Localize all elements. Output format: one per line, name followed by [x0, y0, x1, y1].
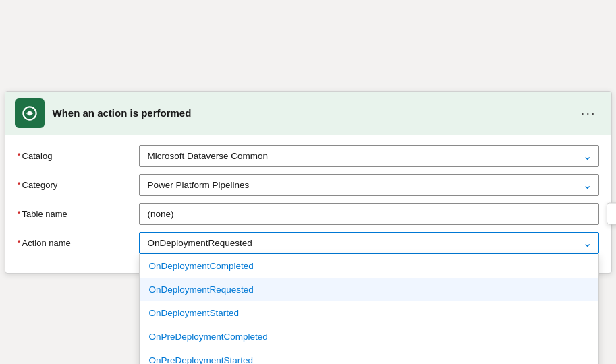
action-name-control: OnDeploymentRequested ⌄ OnDeploymentComp…	[139, 232, 599, 254]
table-name-required-star: *	[18, 209, 21, 219]
svg-point-1	[27, 111, 31, 115]
dropdown-item-2[interactable]: OnDeploymentStarted	[140, 301, 598, 325]
catalog-dropdown[interactable]: Microsoft Dataverse Common ⌄	[139, 145, 599, 167]
action-name-value: OnDeploymentRequested	[148, 238, 252, 248]
action-name-dropdown[interactable]: OnDeploymentRequested ⌄	[139, 232, 599, 254]
dropdown-item-1[interactable]: OnDeploymentRequested	[140, 278, 598, 301]
table-name-label: *Table name	[18, 209, 139, 219]
catalog-value: Microsoft Dataverse Common	[148, 151, 269, 161]
catalog-required-star: *	[18, 151, 21, 161]
table-name-input[interactable]	[139, 203, 599, 225]
table-name-control: Show options	[139, 203, 599, 225]
category-value: Power Platform Pipelines	[148, 180, 250, 190]
catalog-field-row: *Catalog Microsoft Dataverse Common ⌄	[18, 145, 599, 167]
card-title: When an action is performed	[53, 107, 567, 119]
dropdown-item-3[interactable]: OnPreDeploymentCompleted	[140, 325, 598, 348]
catalog-label: *Catalog	[18, 151, 139, 161]
action-name-label: *Action name	[18, 238, 139, 248]
dataverse-icon	[15, 98, 45, 128]
card-body: *Catalog Microsoft Dataverse Common ⌄ *C…	[5, 135, 611, 273]
category-control: Power Platform Pipelines ⌄	[139, 174, 599, 196]
card-header: When an action is performed ···	[5, 92, 611, 135]
category-label: *Category	[18, 180, 139, 190]
action-name-chevron-icon: ⌄	[583, 237, 592, 249]
category-field-row: *Category Power Platform Pipelines ⌄	[18, 174, 599, 196]
table-name-field-row: *Table name Show options	[18, 203, 599, 225]
category-chevron-icon: ⌄	[583, 179, 592, 191]
dropdown-item-0[interactable]: OnDeploymentCompleted	[140, 254, 598, 278]
category-dropdown[interactable]: Power Platform Pipelines ⌄	[139, 174, 599, 196]
catalog-control: Microsoft Dataverse Common ⌄	[139, 145, 599, 167]
show-options-tooltip[interactable]: Show options	[607, 203, 616, 225]
category-required-star: *	[18, 180, 21, 190]
trigger-card: When an action is performed ··· *Catalog…	[5, 91, 612, 274]
more-options-button[interactable]: ···	[576, 102, 602, 123]
action-name-dropdown-list: OnDeploymentCompleted OnDeploymentReques…	[139, 254, 599, 365]
dropdown-item-4[interactable]: OnPreDeploymentStarted	[140, 348, 598, 365]
action-name-required-star: *	[18, 238, 21, 248]
action-name-field-row: *Action name OnDeploymentRequested ⌄ OnD…	[18, 232, 599, 254]
catalog-chevron-icon: ⌄	[583, 150, 592, 162]
